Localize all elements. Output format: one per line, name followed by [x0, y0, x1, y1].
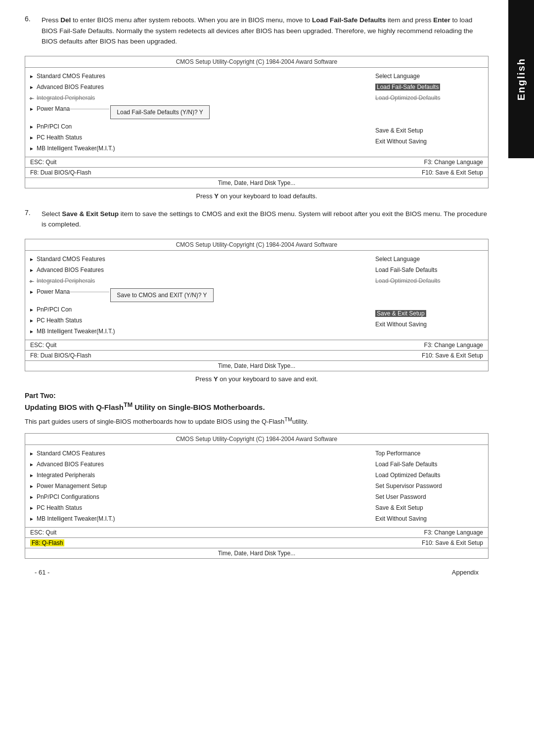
step-7-text: Select Save & Exit Setup item to save th…: [42, 209, 489, 230]
bios-item-1-7: MB Intelligent Tweaker(M.I.T.): [37, 144, 115, 153]
bios-screenshot-2: CMOS Setup Utility-Copyright (C) 1984-20…: [25, 239, 489, 371]
bios-right-1: Select Language Load Fail-Safe Defaults …: [370, 71, 484, 154]
bios-row-3-5: ► PnP/PCI Configurations: [29, 491, 365, 502]
save-exit-setup-label: Save & Exit Setup: [62, 210, 119, 218]
bios-right-3-2: Load Fail-Safe Defaults: [375, 459, 484, 470]
bios-right-1-5: Exit Without Saving: [375, 136, 484, 147]
part-two-heading: Part Two:: [25, 392, 489, 400]
arrow-icon-2-2: ►: [29, 267, 34, 274]
bios-footer-bottom-3: Time, Date, Hard Disk Type...: [25, 548, 488, 558]
arrow-icon-3-4: ►: [29, 483, 34, 490]
bios-right-2: Select Language Load Fail-Safe Defaults …: [370, 254, 484, 337]
f10-save-3: F10: Save & Exit Setup: [422, 539, 483, 546]
step-6-number: 6.: [25, 15, 37, 47]
f3-change-2: F3: Change Language: [424, 342, 483, 349]
bios-right-3-3: Load Optimized Defaults: [375, 470, 484, 481]
bios-item-2-1: Standard CMOS Features: [37, 255, 105, 264]
bios-item-1-1: Standard CMOS Features: [37, 72, 105, 81]
bios-right-2-4: Save & Exit Setup: [375, 308, 484, 319]
bios-footer-1b: F8: Dual BIOS/Q-Flash F10: Save & Exit S…: [25, 167, 488, 178]
bios-footer-1a: ESC: Quit F3: Change Language: [25, 157, 488, 167]
part-two-desc: This part guides users of single-BIOS mo…: [25, 415, 489, 427]
main-content: 6. Press Del to enter BIOS menu after sy…: [0, 0, 508, 591]
press-y-caption-1: Press Y on your keyboard to load default…: [25, 192, 489, 200]
bios-item-3-1: Standard CMOS Features: [37, 449, 105, 458]
bios-item-3-2: Advanced BIOS Features: [37, 460, 104, 469]
bios-item-1-2: Advanced BIOS Features: [37, 83, 104, 91]
highlight-save-exit: Save & Exit Setup: [375, 310, 426, 317]
bios-item-1-3: Integrated Peripherals: [37, 93, 95, 102]
bios-item-3-7: MB Intelligent Tweaker(M.I.T.): [37, 514, 115, 523]
page-footer: - 61 - Appendix: [25, 569, 489, 576]
arrow-icon-2-3: ►: [29, 277, 34, 285]
bios-right-1-1: Select Language: [375, 71, 484, 82]
arrow-icon-6: ►: [29, 134, 34, 141]
y-key-2: Y: [214, 375, 218, 383]
bios-right-1-4: Save & Exit Setup: [375, 125, 484, 136]
bios-item-2-6: PC Health Status: [37, 316, 82, 325]
arrow-icon-3: ►: [29, 94, 34, 102]
bios-row-3-2: ► Advanced BIOS Features: [29, 459, 365, 470]
bios-row-2-7: ► MB Intelligent Tweaker(M.I.T.): [29, 326, 365, 337]
bios-left-2: ► Standard CMOS Features ► Advanced BIOS…: [29, 254, 370, 337]
arrow-icon-3-2: ►: [29, 461, 34, 468]
bios-right-2-1: Select Language: [375, 254, 484, 265]
bios-item-2-3: Integrated Peripherals: [37, 276, 95, 285]
step-6: 6. Press Del to enter BIOS menu after sy…: [25, 15, 489, 47]
bios-dialog-2: Save to CMOS and EXIT (Y/N)? Y: [110, 288, 213, 302]
bios-row-2-6: ► PC Health Status: [29, 315, 365, 326]
bios-item-2-4: Power Mana: [37, 287, 110, 296]
bios-footer-2b: F8: Dual BIOS/Q-Flash F10: Save & Exit S…: [25, 350, 488, 360]
bios-right-2-5: Exit Without Saving: [375, 319, 484, 330]
bios-body-2: ► Standard CMOS Features ► Advanced BIOS…: [25, 251, 488, 340]
bios-right-3-5: Set User Password: [375, 491, 484, 502]
bios-screenshot-3: CMOS Setup Utility-Copyright (C) 1984-20…: [25, 433, 489, 559]
bios-row-3-6: ► PC Health Status: [29, 502, 365, 513]
bios-row-2-4: ► Power Mana Save to CMOS and EXIT (Y/N)…: [29, 286, 365, 304]
f10-save-2: F10: Save & Exit Setup: [422, 352, 483, 359]
arrow-icon-4: ►: [29, 105, 34, 113]
arrow-icon-2-5: ►: [29, 306, 34, 313]
arrow-icon-3-1: ►: [29, 450, 34, 457]
page-label: Appendix: [452, 569, 479, 576]
bios-row-1-1: ► Standard CMOS Features: [29, 71, 365, 82]
esc-quit-2: ESC: Quit: [30, 342, 56, 349]
bios-right-2-3: Load Optimized Defaults: [375, 275, 484, 286]
bios-item-1-6: PC Health Status: [37, 133, 82, 142]
f3-change-1: F3: Change Language: [424, 159, 483, 166]
del-key: Del: [60, 16, 71, 24]
bios-right-1-spacer: [375, 103, 484, 114]
bios-right-2-spacer2: [375, 297, 484, 308]
bios-row-1-5: ► PnP/PCI Con: [29, 121, 365, 132]
bios-right-1-2: Load Fail-Safe Defaults: [375, 82, 484, 92]
arrow-icon-7: ►: [29, 145, 34, 152]
bios-title-3: CMOS Setup Utility-Copyright (C) 1984-20…: [25, 434, 488, 445]
bios-footer-3b: F8: Q-Flash F10: Save & Exit Setup: [25, 537, 488, 548]
bios-title-1: CMOS Setup Utility-Copyright (C) 1984-20…: [25, 56, 488, 68]
step-7-number: 7.: [25, 209, 37, 230]
f8-qflash: F8: Q-Flash: [30, 539, 64, 546]
bios-row-1-7: ► MB Intelligent Tweaker(M.I.T.): [29, 143, 365, 154]
bios-body-1: ► Standard CMOS Features ► Advanced BIOS…: [25, 68, 488, 157]
arrow-icon-2-1: ►: [29, 256, 34, 263]
bios-right-3-6: Save & Exit Setup: [375, 502, 484, 513]
bios-footer-3a: ESC: Quit F3: Change Language: [25, 527, 488, 537]
bios-item-3-5: PnP/PCI Configurations: [37, 492, 99, 501]
bios-item-2-2: Advanced BIOS Features: [37, 266, 104, 274]
tm-superscript: TM: [124, 401, 133, 408]
page-number: - 61 -: [35, 569, 49, 576]
bios-right-1-spacer2: [375, 114, 484, 125]
bios-dialog-1: Load Fail-Safe Defaults (Y/N)? Y: [110, 105, 210, 119]
bios-item-3-6: PC Health Status: [37, 503, 82, 512]
bios-item-3-3: Integrated Peripherals: [37, 471, 95, 480]
bios-footer-2a: ESC: Quit F3: Change Language: [25, 340, 488, 350]
arrow-icon-3-7: ►: [29, 515, 34, 523]
bios-row-3-1: ► Standard CMOS Features: [29, 448, 365, 459]
arrow-icon-1: ►: [29, 73, 34, 80]
bios-item-1-5: PnP/PCI Con: [37, 122, 74, 131]
tm-superscript-2: TM: [284, 416, 292, 422]
arrow-icon-3-5: ►: [29, 493, 34, 501]
side-tab-text: English: [516, 58, 527, 100]
bios-title-2: CMOS Setup Utility-Copyright (C) 1984-20…: [25, 239, 488, 251]
bios-item-1-4: Power Mana: [37, 104, 110, 113]
